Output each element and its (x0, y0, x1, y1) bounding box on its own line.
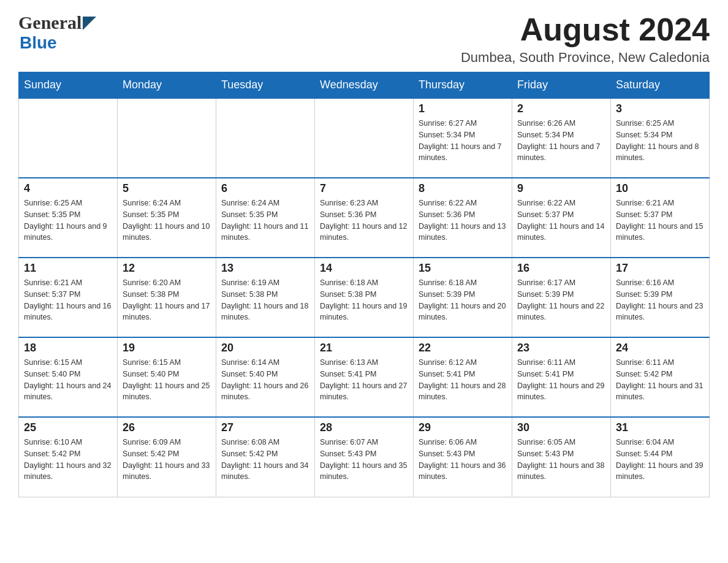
day-info: Sunrise: 6:11 AMSunset: 5:42 PMDaylight:… (616, 357, 704, 403)
calendar-cell: 17Sunrise: 6:16 AMSunset: 5:39 PMDayligh… (611, 258, 710, 337)
day-info: Sunrise: 6:20 AMSunset: 5:38 PMDaylight:… (123, 277, 211, 323)
day-info: Sunrise: 6:06 AMSunset: 5:43 PMDaylight:… (419, 437, 507, 483)
day-number: 1 (419, 102, 507, 115)
month-title: August 2024 (461, 12, 710, 47)
day-number: 20 (221, 342, 309, 354)
calendar-week-row: 4Sunrise: 6:25 AMSunset: 5:35 PMDaylight… (19, 178, 710, 258)
logo: General Blue (18, 12, 96, 53)
day-number: 17 (616, 262, 704, 275)
calendar-header-row: SundayMondayTuesdayWednesdayThursdayFrid… (19, 72, 710, 99)
day-info: Sunrise: 6:16 AMSunset: 5:39 PMDaylight:… (616, 277, 704, 323)
calendar-cell: 29Sunrise: 6:06 AMSunset: 5:43 PMDayligh… (414, 417, 512, 497)
calendar-day-header: Monday (118, 72, 216, 99)
day-info: Sunrise: 6:22 AMSunset: 5:37 PMDaylight:… (517, 197, 605, 243)
day-info: Sunrise: 6:12 AMSunset: 5:41 PMDaylight:… (419, 357, 507, 403)
calendar-cell (19, 98, 118, 178)
calendar-cell: 18Sunrise: 6:15 AMSunset: 5:40 PMDayligh… (19, 337, 118, 417)
calendar-cell: 11Sunrise: 6:21 AMSunset: 5:37 PMDayligh… (19, 258, 118, 337)
day-info: Sunrise: 6:25 AMSunset: 5:35 PMDaylight:… (24, 197, 112, 243)
day-info: Sunrise: 6:18 AMSunset: 5:39 PMDaylight:… (419, 277, 507, 323)
page-header: General Blue August 2024 Dumbea, South P… (18, 12, 710, 66)
calendar-week-row: 25Sunrise: 6:10 AMSunset: 5:42 PMDayligh… (19, 417, 710, 497)
day-number: 15 (419, 262, 507, 275)
calendar-cell: 13Sunrise: 6:19 AMSunset: 5:38 PMDayligh… (216, 258, 315, 337)
day-info: Sunrise: 6:24 AMSunset: 5:35 PMDaylight:… (123, 197, 211, 243)
calendar-day-header: Tuesday (216, 72, 315, 99)
day-number: 22 (419, 342, 507, 354)
calendar-cell: 6Sunrise: 6:24 AMSunset: 5:35 PMDaylight… (216, 178, 315, 258)
day-info: Sunrise: 6:26 AMSunset: 5:34 PMDaylight:… (517, 118, 605, 164)
calendar-cell: 19Sunrise: 6:15 AMSunset: 5:40 PMDayligh… (118, 337, 216, 417)
calendar-cell: 14Sunrise: 6:18 AMSunset: 5:38 PMDayligh… (315, 258, 414, 337)
calendar-week-row: 1Sunrise: 6:27 AMSunset: 5:34 PMDaylight… (19, 98, 710, 178)
calendar-cell: 16Sunrise: 6:17 AMSunset: 5:39 PMDayligh… (512, 258, 611, 337)
calendar-cell: 8Sunrise: 6:22 AMSunset: 5:36 PMDaylight… (414, 178, 512, 258)
location-title: Dumbea, South Province, New Caledonia (461, 50, 710, 66)
svg-marker-0 (83, 17, 96, 30)
day-info: Sunrise: 6:15 AMSunset: 5:40 PMDaylight:… (123, 357, 211, 403)
day-number: 4 (24, 182, 112, 195)
day-info: Sunrise: 6:08 AMSunset: 5:42 PMDaylight:… (221, 437, 309, 483)
day-number: 11 (24, 262, 112, 275)
day-info: Sunrise: 6:19 AMSunset: 5:38 PMDaylight:… (221, 277, 309, 323)
day-info: Sunrise: 6:15 AMSunset: 5:40 PMDaylight:… (24, 357, 112, 403)
day-info: Sunrise: 6:10 AMSunset: 5:42 PMDaylight:… (24, 437, 112, 483)
day-info: Sunrise: 6:11 AMSunset: 5:41 PMDaylight:… (517, 357, 605, 403)
calendar-cell: 7Sunrise: 6:23 AMSunset: 5:36 PMDaylight… (315, 178, 414, 258)
calendar-cell: 26Sunrise: 6:09 AMSunset: 5:42 PMDayligh… (118, 417, 216, 497)
day-number: 10 (616, 182, 704, 195)
calendar-cell: 25Sunrise: 6:10 AMSunset: 5:42 PMDayligh… (19, 417, 118, 497)
day-number: 30 (517, 421, 605, 434)
calendar-cell: 10Sunrise: 6:21 AMSunset: 5:37 PMDayligh… (611, 178, 710, 258)
calendar-cell: 2Sunrise: 6:26 AMSunset: 5:34 PMDaylight… (512, 98, 611, 178)
calendar-cell: 3Sunrise: 6:25 AMSunset: 5:34 PMDaylight… (611, 98, 710, 178)
day-info: Sunrise: 6:23 AMSunset: 5:36 PMDaylight:… (320, 197, 408, 243)
calendar-cell: 22Sunrise: 6:12 AMSunset: 5:41 PMDayligh… (414, 337, 512, 417)
day-info: Sunrise: 6:09 AMSunset: 5:42 PMDaylight:… (123, 437, 211, 483)
day-number: 21 (320, 342, 408, 354)
day-info: Sunrise: 6:22 AMSunset: 5:36 PMDaylight:… (419, 197, 507, 243)
day-number: 23 (517, 342, 605, 354)
day-number: 8 (419, 182, 507, 195)
logo-blue-text: Blue (20, 33, 57, 53)
day-number: 26 (123, 421, 211, 434)
day-number: 19 (123, 342, 211, 354)
logo-triangle-icon (83, 17, 96, 30)
calendar-week-row: 11Sunrise: 6:21 AMSunset: 5:37 PMDayligh… (19, 258, 710, 337)
calendar-day-header: Sunday (19, 72, 118, 99)
logo-icon: General (18, 12, 96, 33)
calendar-cell: 27Sunrise: 6:08 AMSunset: 5:42 PMDayligh… (216, 417, 315, 497)
day-info: Sunrise: 6:24 AMSunset: 5:35 PMDaylight:… (221, 197, 309, 243)
day-number: 29 (419, 421, 507, 434)
day-number: 28 (320, 421, 408, 434)
day-info: Sunrise: 6:17 AMSunset: 5:39 PMDaylight:… (517, 277, 605, 323)
day-number: 9 (517, 182, 605, 195)
calendar-day-header: Friday (512, 72, 611, 99)
calendar-cell: 30Sunrise: 6:05 AMSunset: 5:43 PMDayligh… (512, 417, 611, 497)
day-number: 31 (616, 421, 704, 434)
calendar-cell: 15Sunrise: 6:18 AMSunset: 5:39 PMDayligh… (414, 258, 512, 337)
day-info: Sunrise: 6:18 AMSunset: 5:38 PMDaylight:… (320, 277, 408, 323)
day-number: 7 (320, 182, 408, 195)
day-number: 27 (221, 421, 309, 434)
day-info: Sunrise: 6:14 AMSunset: 5:40 PMDaylight:… (221, 357, 309, 403)
calendar-cell: 1Sunrise: 6:27 AMSunset: 5:34 PMDaylight… (414, 98, 512, 178)
day-info: Sunrise: 6:13 AMSunset: 5:41 PMDaylight:… (320, 357, 408, 403)
day-info: Sunrise: 6:27 AMSunset: 5:34 PMDaylight:… (419, 118, 507, 164)
day-number: 14 (320, 262, 408, 275)
calendar-cell (315, 98, 414, 178)
day-number: 24 (616, 342, 704, 354)
calendar-table: SundayMondayTuesdayWednesdayThursdayFrid… (18, 72, 710, 497)
calendar-cell: 9Sunrise: 6:22 AMSunset: 5:37 PMDaylight… (512, 178, 611, 258)
day-info: Sunrise: 6:25 AMSunset: 5:34 PMDaylight:… (616, 118, 704, 164)
calendar-cell: 21Sunrise: 6:13 AMSunset: 5:41 PMDayligh… (315, 337, 414, 417)
day-number: 3 (616, 102, 704, 115)
day-info: Sunrise: 6:21 AMSunset: 5:37 PMDaylight:… (24, 277, 112, 323)
day-number: 13 (221, 262, 309, 275)
calendar-cell (118, 98, 216, 178)
calendar-cell: 12Sunrise: 6:20 AMSunset: 5:38 PMDayligh… (118, 258, 216, 337)
calendar-cell: 5Sunrise: 6:24 AMSunset: 5:35 PMDaylight… (118, 178, 216, 258)
calendar-cell: 24Sunrise: 6:11 AMSunset: 5:42 PMDayligh… (611, 337, 710, 417)
calendar-cell: 28Sunrise: 6:07 AMSunset: 5:43 PMDayligh… (315, 417, 414, 497)
calendar-day-header: Saturday (611, 72, 710, 99)
